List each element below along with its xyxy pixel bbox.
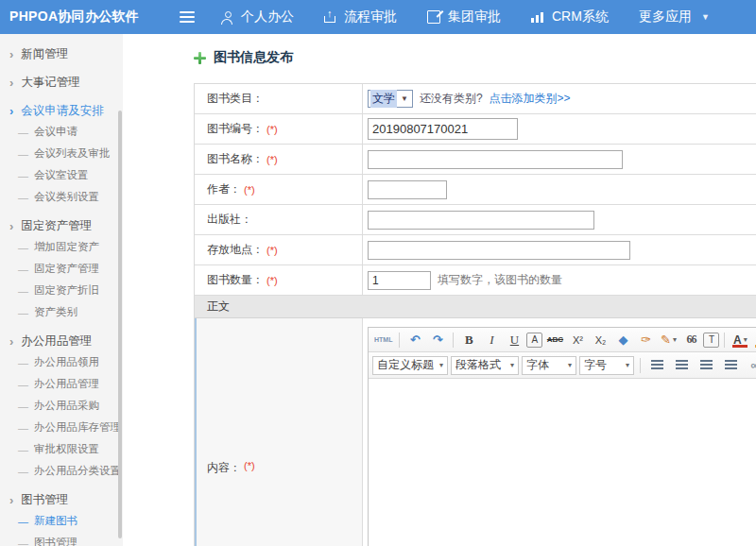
category-select[interactable]: 文学 ▼ [368,90,413,108]
sidebar-item-label: 大事记管理 [21,75,80,91]
editor-toolbar-row2: 自定义标题▾段落格式▾字体▾字号▾∞∞ [369,352,756,379]
bar-chart-icon [531,11,544,23]
body-section-header: 正文 [195,296,756,318]
workflow-icon [324,11,336,23]
field-label: 图书名称： [207,151,264,167]
category-selected-value: 文学 [370,90,397,108]
editor-content[interactable] [369,379,756,546]
top-nav-item[interactable]: 流程审批 [324,9,397,26]
quantity-input[interactable] [368,271,431,290]
form-row-book-no: 图书编号： (*) [195,114,756,145]
top-navigation: 个人办公流程审批集团审批CRM系统更多应用▼ [221,9,740,26]
clear-format-icon[interactable]: ✑ [635,332,656,349]
align-center-icon[interactable] [671,357,693,374]
align-right-icon[interactable] [696,357,717,374]
book-name-input[interactable] [368,150,623,169]
chevron-right-icon: › [9,76,13,90]
sidebar-item-审批权限设置[interactable]: —审批权限设置 [0,438,123,460]
italic-icon[interactable]: I [481,332,502,349]
sidebar-scrollbar[interactable] [118,111,122,538]
chevron-right-icon: › [9,104,13,118]
sidebar-item-label: 会议申请及安排 [21,103,104,119]
align-justify-icon[interactable] [720,357,742,374]
caret-down-icon: ▼ [701,12,710,22]
blockquote-icon[interactable]: 66 [680,332,701,349]
sidebar-item-会议申请[interactable]: —会议申请 [0,121,123,143]
sidebar-item-会议类别设置[interactable]: —会议类别设置 [0,186,123,208]
app-logo: PHPOA协同办公软件 [9,9,168,26]
sidebar-item-办公用品分类设置[interactable]: —办公用品分类设置 [0,460,123,482]
sidebar-item-label: 办公用品管理 [34,377,99,391]
underline-icon[interactable]: U [504,332,524,349]
link-icon[interactable]: ∞ [745,357,756,374]
top-nav-item[interactable]: CRM系统 [531,9,609,26]
sidebar-item-会议室设置[interactable]: —会议室设置 [0,164,123,186]
custom-title-select[interactable]: 自定义标题▾ [372,356,448,375]
sidebar-item-会议申请及安排[interactable]: ›会议申请及安排 [0,100,123,121]
field-label: 作者： [207,181,241,197]
chevron-right-icon: › [9,493,13,507]
font-color-icon[interactable]: A▾ [730,332,750,349]
required-mark: (*) [266,154,278,165]
subscript-icon[interactable]: X₂ [590,332,610,349]
toolbar-separator [399,333,400,348]
strikethrough-icon[interactable]: ABC [544,332,565,349]
hamburger-menu-icon[interactable] [180,11,195,23]
location-input[interactable] [368,241,630,260]
sidebar-item-label: 办公用品库存管理 [34,420,121,435]
format-brush-icon[interactable]: ✎▾ [658,332,679,349]
publisher-input[interactable] [368,211,594,230]
top-nav-label: 集团审批 [448,9,501,26]
top-nav-item[interactable]: 集团审批 [427,9,501,26]
sidebar-item-增加固定资产[interactable]: —增加固定资产 [0,236,123,258]
sidebar-item-新建图书[interactable]: —新建图书 [0,510,123,532]
sidebar-item-label: 办公用品分类设置 [34,464,121,478]
sidebar-item-label: 会议列表及审批 [34,146,111,161]
font-size-select[interactable]: 字号▾ [579,356,634,375]
top-nav-label: 更多应用 [639,9,692,26]
sidebar-item-新闻管理[interactable]: ›新闻管理 [0,43,123,64]
sidebar-item-办公用品管理[interactable]: —办公用品管理 [0,373,123,395]
paragraph-format-select[interactable]: 段落格式▾ [451,356,519,375]
top-nav-item[interactable]: 个人办公 [221,9,294,26]
user-icon [221,11,233,24]
author-input[interactable] [368,180,447,199]
select-label: 字体 [526,357,549,373]
sidebar-item-大事记管理[interactable]: ›大事记管理 [0,72,123,93]
html-source-icon[interactable]: HTML [372,332,394,349]
rich-text-editor: HTML↶↷BIUAABCX²X₂◆✑✎▾66TA▾✎▾▾▾ 自定义标题▾段落格… [368,327,756,546]
sidebar-item-图书管理[interactable]: —图书管理 [0,532,123,546]
sidebar-item-办公用品库存管理[interactable]: —办公用品库存管理 [0,417,123,438]
dash-icon: — [18,307,28,318]
bold-icon[interactable]: B [458,332,479,349]
sidebar-item-固定资产管理[interactable]: ›固定资产管理 [0,215,123,236]
sidebar-item-办公用品领用[interactable]: —办公用品领用 [0,351,123,373]
sidebar-item-资产类别[interactable]: —资产类别 [0,301,123,323]
page-title-text: 图书信息发布 [214,49,293,66]
field-label: 出版社： [207,212,252,228]
top-nav-item[interactable]: 更多应用▼ [639,9,710,26]
field-label: 图书编号： [207,121,264,137]
redo-icon[interactable]: ↷ [427,332,448,349]
sidebar-item-会议列表及审批[interactable]: —会议列表及审批 [0,143,123,164]
sidebar-item-图书管理[interactable]: ›图书管理 [0,489,123,510]
superscript-icon[interactable]: X² [567,332,588,349]
sidebar-item-办公用品采购[interactable]: —办公用品采购 [0,395,123,417]
sidebar-item-label: 资产类别 [34,305,77,319]
sidebar-item-办公用品管理[interactable]: ›办公用品管理 [0,331,123,351]
sidebar-item-固定资产折旧[interactable]: —固定资产折旧 [0,280,123,301]
align-left-icon[interactable] [646,357,668,374]
dropdown-caret-icon: ▾ [626,361,629,369]
toolbar-separator [724,333,725,348]
eraser-icon[interactable]: ◆ [612,332,633,349]
font-family-select[interactable]: 字体▾ [522,356,576,375]
dash-icon: — [18,192,28,203]
bg-color-icon[interactable]: ✎▾ [752,332,756,349]
char-border-icon[interactable]: A [526,333,542,348]
paste-icon[interactable]: T [703,333,719,348]
undo-icon[interactable]: ↶ [404,332,425,349]
book-no-input[interactable] [368,118,518,140]
sidebar-item-固定资产管理[interactable]: —固定资产管理 [0,258,123,280]
add-category-link[interactable]: 点击添加类别>> [490,91,571,107]
quantity-hint: 填写数字，该图书的数量 [438,272,562,288]
